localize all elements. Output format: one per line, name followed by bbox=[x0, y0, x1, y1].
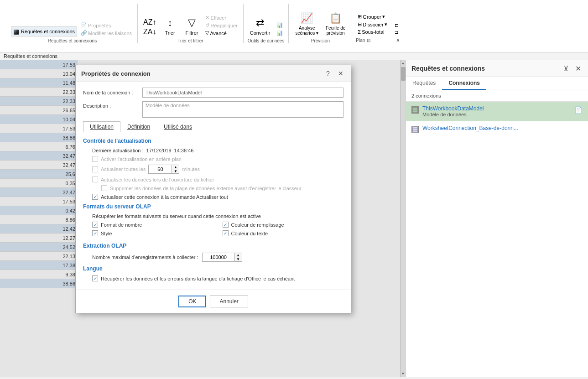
connection-icon-worksheet bbox=[411, 126, 419, 133]
ribbon-collapse-icon[interactable]: ∧ bbox=[396, 37, 400, 43]
connection-item-workbook[interactable]: ThisWorkbookDataModel Modèle de données … bbox=[406, 102, 588, 121]
checkbox-actualiser-tout[interactable] bbox=[92, 194, 98, 200]
section-header-actualisation: Contrôle de l'actualisation bbox=[83, 138, 343, 144]
spinbox-extraction-up[interactable]: ▲ bbox=[234, 253, 242, 257]
ribbon-btn-grouper[interactable]: ⊞ Grouper ▾ bbox=[356, 13, 389, 20]
extraction-label: Nombre maximal d'enregistrements à colle… bbox=[92, 254, 198, 260]
panel-tab-requetes[interactable]: Requêtes bbox=[406, 77, 442, 90]
ribbon-btn-proprietes[interactable]: 📄 Propriétés bbox=[79, 22, 134, 29]
ribbon-section-outils: ⇄ Convertir 📊 📊 Outils de données bbox=[244, 4, 289, 43]
checkbox-format-nombre-label: Format de nombre bbox=[101, 222, 142, 228]
checkbox-format-nombre[interactable] bbox=[92, 222, 98, 228]
checkbox-langue-label: Récupérer les données et les erreurs dan… bbox=[101, 276, 295, 281]
field-connection-name: Nom de la connexion : bbox=[83, 88, 343, 98]
checkbox-supprimer-label: Supprimer les données de la plage de don… bbox=[110, 186, 302, 191]
ribbon-btn-scenarios[interactable]: 📈 Analysescénarios ▾ bbox=[292, 10, 321, 36]
ribbon-btn-avance[interactable]: ▽ Avancé bbox=[203, 30, 239, 36]
dialog-help-btn[interactable]: ? bbox=[323, 69, 333, 78]
olap-intro: Récupérer les formats suivants du serveu… bbox=[83, 213, 343, 219]
section-header-langue: Langue bbox=[83, 265, 343, 272]
spinbox-extraction-down[interactable]: ▼ bbox=[234, 257, 242, 261]
ribbon-btn-filtrer[interactable]: ▽ Filtrer bbox=[182, 15, 202, 36]
ribbon-btn-requetes[interactable]: ▦ Requêtes et connexions bbox=[11, 26, 77, 36]
ribbon-group-label-outils: Outils de données bbox=[247, 37, 285, 43]
connection-properties-dialog: Propriétés de connexion ? ✕ Nom de la co… bbox=[75, 65, 351, 313]
ribbon-btn-plan-expand[interactable]: ⊏ bbox=[393, 22, 400, 28]
ok-button[interactable]: OK bbox=[178, 296, 206, 307]
checkbox-ouverture[interactable] bbox=[92, 177, 98, 182]
connection-action-workbook[interactable]: 📄 bbox=[573, 105, 583, 114]
ribbon-btn-outils1[interactable]: 📊 bbox=[275, 22, 285, 29]
spinbox-extraction-input[interactable] bbox=[203, 253, 234, 261]
spinbox-extraction: ▲ ▼ bbox=[202, 253, 242, 262]
ribbon-btn-za[interactable]: ZA↓ bbox=[141, 27, 158, 36]
field-description: Description : bbox=[83, 101, 343, 118]
clear-icon: ✕ bbox=[205, 15, 209, 21]
checkbox-ouverture-label: Actualiser les données lors de l'ouvertu… bbox=[101, 177, 214, 182]
ribbon-group-label-plan: Plan bbox=[356, 38, 365, 43]
right-panel-close-icon[interactable]: ✕ bbox=[573, 64, 583, 73]
connection-name-worksheet: WorksheetConnection_Base-de-donn... bbox=[422, 125, 583, 131]
checkbox-arriere-plan-label: Activer l'actualisation en arrière-plan bbox=[101, 156, 182, 162]
connection-info-workbook: ThisWorkbookDataModel Modèle de données bbox=[422, 105, 570, 117]
dialog-footer: OK Annuler bbox=[76, 290, 351, 313]
spinbox-up[interactable]: ▲ bbox=[172, 165, 179, 169]
ribbon-btn-trier[interactable]: ↕ Trier bbox=[160, 15, 180, 36]
spinbox-down[interactable]: ▼ bbox=[172, 169, 179, 173]
checkbox-langue[interactable] bbox=[92, 275, 98, 281]
description-input[interactable] bbox=[142, 101, 343, 118]
panel-tab-connexions[interactable]: Connexions bbox=[442, 77, 486, 90]
filter-icon: ▽ bbox=[205, 30, 209, 36]
ribbon-btn-dissocier[interactable]: ⊟ Dissocier ▾ bbox=[356, 21, 389, 28]
checkbox-couleur-remplissage-label: Couleur de remplissage bbox=[231, 222, 284, 228]
svg-rect-0 bbox=[412, 107, 418, 113]
description-label: Description : bbox=[83, 101, 142, 109]
olap-checkbox-couleur-remplissage: Couleur de remplissage bbox=[223, 222, 344, 228]
spinbox-input[interactable] bbox=[149, 165, 172, 173]
dialog-titlebar: Propriétés de connexion ? ✕ bbox=[76, 65, 351, 82]
checkbox-couleur-remplissage[interactable] bbox=[223, 222, 229, 228]
ribbon-section-prevision: 📈 Analysescénarios ▾ 📋 Feuille deprévisi… bbox=[289, 4, 352, 43]
ribbon-btn-reappliquer[interactable]: ↺ Réappliquer bbox=[203, 22, 239, 29]
spinbox-minutes: ▲ ▼ bbox=[148, 165, 179, 174]
right-panel-expand-icon[interactable]: ⊻ bbox=[562, 64, 571, 73]
olap-checkbox-format: Format de nombre bbox=[92, 222, 213, 228]
plan-expand-icon[interactable]: ⊡ bbox=[367, 38, 370, 43]
ribbon-btn-outils2[interactable]: 📊 bbox=[275, 30, 285, 36]
spinbox-unit: minutes bbox=[182, 166, 200, 172]
ribbon-section-plan: ⊞ Grouper ▾ ⊟ Dissocier ▾ Σ Sous-total bbox=[352, 4, 403, 43]
ribbon-group-label-prevision: Prévision bbox=[292, 37, 348, 43]
tab-definition[interactable]: Définition bbox=[120, 121, 157, 132]
checkbox-style[interactable] bbox=[92, 230, 98, 236]
dialog-body: Nom de la connexion : Description : Util… bbox=[76, 82, 351, 290]
olap-checkbox-style: Style bbox=[92, 230, 213, 236]
tab-utilise-dans[interactable]: Utilisé dans bbox=[157, 121, 199, 132]
ribbon-section-trier: AZ↑ ZA↓ ↕ Trier ▽ Filtrer ✕ Effac bbox=[138, 4, 244, 43]
olap-checkbox-couleur-texte: Couleur du texte bbox=[223, 230, 344, 236]
checkbox-couleur-texte[interactable] bbox=[223, 230, 229, 236]
tab-utilisation[interactable]: Utilisation bbox=[83, 121, 120, 132]
checkbox-arriere-plan[interactable] bbox=[92, 156, 98, 162]
ribbon-btn-plan-collapse[interactable]: ⊐ bbox=[393, 29, 400, 35]
dialog-close-btn[interactable]: ✕ bbox=[336, 69, 345, 78]
cancel-button[interactable]: Annuler bbox=[210, 296, 248, 307]
right-panel: Requêtes et connexions ⊻ ✕ Requêtes Conn… bbox=[406, 60, 588, 377]
row-supprimer-donnees: Supprimer les données de la plage de don… bbox=[83, 185, 343, 191]
checkbox-couleur-texte-label: Couleur du texte bbox=[231, 231, 268, 236]
ribbon-btn-sous-total[interactable]: Σ Sous-total bbox=[356, 29, 389, 35]
connection-item-worksheet[interactable]: WorksheetConnection_Base-de-donn... bbox=[406, 121, 588, 137]
ribbon-btn-az[interactable]: AZ↑ bbox=[141, 18, 158, 27]
last-update-date: 17/12/2019 bbox=[146, 148, 172, 153]
ribbon-group-label-requetes: Requêtes et connexions bbox=[11, 37, 134, 43]
ribbon-btn-effacer[interactable]: ✕ Effacer bbox=[203, 14, 239, 21]
connection-name-input[interactable] bbox=[142, 88, 343, 98]
doc-icon: 📄 bbox=[81, 22, 87, 28]
dialog-title: Propriétés de connexion bbox=[81, 70, 151, 77]
connection-desc-workbook: Modèle de données bbox=[422, 112, 570, 117]
ribbon-btn-modifier-liaisons[interactable]: 🔗 Modifier les liaisons bbox=[79, 30, 134, 36]
spreadsheet: 17,53 10,04 11,48 22,33 22,33 26,65 10,0… bbox=[0, 60, 406, 377]
checkbox-supprimer[interactable] bbox=[101, 185, 107, 191]
ribbon-btn-prevision[interactable]: 📋 Feuille deprévision bbox=[323, 10, 348, 36]
ribbon-btn-convertir[interactable]: ⇄ Convertir bbox=[247, 15, 273, 36]
checkbox-toutes[interactable] bbox=[92, 166, 98, 172]
